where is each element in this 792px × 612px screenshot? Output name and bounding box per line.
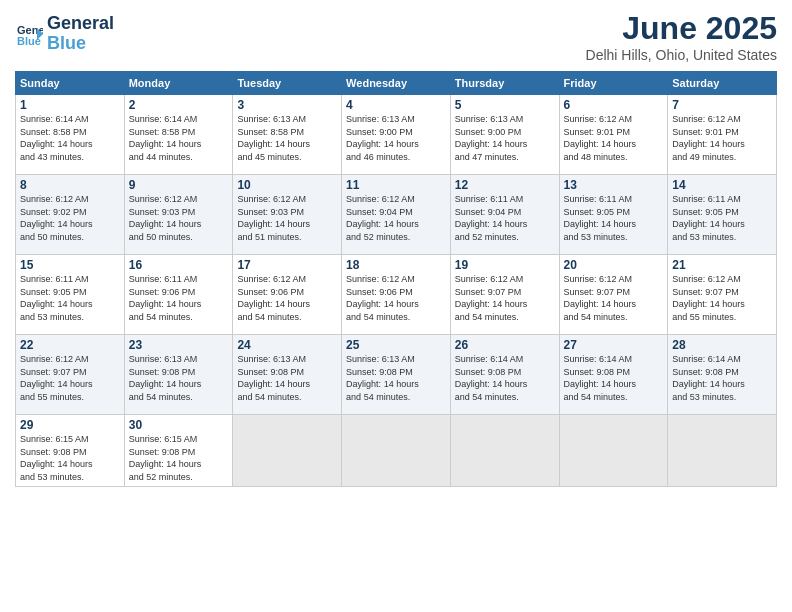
week-row-1: 1 Sunrise: 6:14 AMSunset: 8:58 PMDayligh…: [16, 95, 777, 175]
day-info: Sunrise: 6:13 AMSunset: 9:00 PMDaylight:…: [346, 113, 446, 163]
day-info: Sunrise: 6:14 AMSunset: 9:08 PMDaylight:…: [672, 353, 772, 403]
day-info: Sunrise: 6:14 AMSunset: 9:08 PMDaylight:…: [455, 353, 555, 403]
calendar-cell: 24 Sunrise: 6:13 AMSunset: 9:08 PMDaylig…: [233, 335, 342, 415]
calendar-cell: 8 Sunrise: 6:12 AMSunset: 9:02 PMDayligh…: [16, 175, 125, 255]
calendar-table: SundayMondayTuesdayWednesdayThursdayFrid…: [15, 71, 777, 487]
calendar-cell: 14 Sunrise: 6:11 AMSunset: 9:05 PMDaylig…: [668, 175, 777, 255]
calendar-cell: 6 Sunrise: 6:12 AMSunset: 9:01 PMDayligh…: [559, 95, 668, 175]
logo-icon: General Blue: [15, 20, 43, 48]
day-number: 11: [346, 178, 446, 192]
day-number: 28: [672, 338, 772, 352]
weekday-wednesday: Wednesday: [342, 72, 451, 95]
day-number: 3: [237, 98, 337, 112]
day-info: Sunrise: 6:12 AMSunset: 9:07 PMDaylight:…: [564, 273, 664, 323]
calendar-cell: 1 Sunrise: 6:14 AMSunset: 8:58 PMDayligh…: [16, 95, 125, 175]
weekday-sunday: Sunday: [16, 72, 125, 95]
calendar-cell: [668, 415, 777, 487]
calendar-cell: 22 Sunrise: 6:12 AMSunset: 9:07 PMDaylig…: [16, 335, 125, 415]
day-number: 29: [20, 418, 120, 432]
calendar-cell: 28 Sunrise: 6:14 AMSunset: 9:08 PMDaylig…: [668, 335, 777, 415]
day-info: Sunrise: 6:12 AMSunset: 9:03 PMDaylight:…: [237, 193, 337, 243]
calendar-cell: 30 Sunrise: 6:15 AMSunset: 9:08 PMDaylig…: [124, 415, 233, 487]
day-info: Sunrise: 6:12 AMSunset: 9:06 PMDaylight:…: [237, 273, 337, 323]
day-info: Sunrise: 6:12 AMSunset: 9:06 PMDaylight:…: [346, 273, 446, 323]
calendar-container: General Blue General Blue June 2025 Delh…: [0, 0, 792, 497]
day-number: 1: [20, 98, 120, 112]
calendar-cell: 15 Sunrise: 6:11 AMSunset: 9:05 PMDaylig…: [16, 255, 125, 335]
title-block: June 2025 Delhi Hills, Ohio, United Stat…: [586, 10, 777, 63]
day-info: Sunrise: 6:15 AMSunset: 9:08 PMDaylight:…: [129, 433, 229, 483]
day-info: Sunrise: 6:11 AMSunset: 9:05 PMDaylight:…: [564, 193, 664, 243]
day-info: Sunrise: 6:14 AMSunset: 8:58 PMDaylight:…: [129, 113, 229, 163]
day-info: Sunrise: 6:12 AMSunset: 9:04 PMDaylight:…: [346, 193, 446, 243]
day-number: 9: [129, 178, 229, 192]
day-info: Sunrise: 6:13 AMSunset: 9:08 PMDaylight:…: [129, 353, 229, 403]
day-info: Sunrise: 6:12 AMSunset: 9:02 PMDaylight:…: [20, 193, 120, 243]
calendar-cell: 16 Sunrise: 6:11 AMSunset: 9:06 PMDaylig…: [124, 255, 233, 335]
week-row-5: 29 Sunrise: 6:15 AMSunset: 9:08 PMDaylig…: [16, 415, 777, 487]
day-number: 4: [346, 98, 446, 112]
week-row-3: 15 Sunrise: 6:11 AMSunset: 9:05 PMDaylig…: [16, 255, 777, 335]
day-number: 24: [237, 338, 337, 352]
day-info: Sunrise: 6:12 AMSunset: 9:01 PMDaylight:…: [672, 113, 772, 163]
week-row-4: 22 Sunrise: 6:12 AMSunset: 9:07 PMDaylig…: [16, 335, 777, 415]
day-number: 18: [346, 258, 446, 272]
day-number: 30: [129, 418, 229, 432]
day-info: Sunrise: 6:12 AMSunset: 9:03 PMDaylight:…: [129, 193, 229, 243]
day-info: Sunrise: 6:13 AMSunset: 9:00 PMDaylight:…: [455, 113, 555, 163]
calendar-cell: 20 Sunrise: 6:12 AMSunset: 9:07 PMDaylig…: [559, 255, 668, 335]
weekday-header-row: SundayMondayTuesdayWednesdayThursdayFrid…: [16, 72, 777, 95]
calendar-cell: 5 Sunrise: 6:13 AMSunset: 9:00 PMDayligh…: [450, 95, 559, 175]
calendar-cell: [450, 415, 559, 487]
day-info: Sunrise: 6:14 AMSunset: 9:08 PMDaylight:…: [564, 353, 664, 403]
calendar-cell: 29 Sunrise: 6:15 AMSunset: 9:08 PMDaylig…: [16, 415, 125, 487]
day-info: Sunrise: 6:12 AMSunset: 9:07 PMDaylight:…: [672, 273, 772, 323]
day-info: Sunrise: 6:12 AMSunset: 9:01 PMDaylight:…: [564, 113, 664, 163]
week-row-2: 8 Sunrise: 6:12 AMSunset: 9:02 PMDayligh…: [16, 175, 777, 255]
calendar-cell: 13 Sunrise: 6:11 AMSunset: 9:05 PMDaylig…: [559, 175, 668, 255]
calendar-cell: 23 Sunrise: 6:13 AMSunset: 9:08 PMDaylig…: [124, 335, 233, 415]
day-number: 13: [564, 178, 664, 192]
day-number: 15: [20, 258, 120, 272]
day-number: 12: [455, 178, 555, 192]
day-info: Sunrise: 6:13 AMSunset: 9:08 PMDaylight:…: [346, 353, 446, 403]
day-number: 14: [672, 178, 772, 192]
day-info: Sunrise: 6:11 AMSunset: 9:05 PMDaylight:…: [672, 193, 772, 243]
calendar-cell: 18 Sunrise: 6:12 AMSunset: 9:06 PMDaylig…: [342, 255, 451, 335]
calendar-cell: 26 Sunrise: 6:14 AMSunset: 9:08 PMDaylig…: [450, 335, 559, 415]
day-number: 7: [672, 98, 772, 112]
day-info: Sunrise: 6:12 AMSunset: 9:07 PMDaylight:…: [455, 273, 555, 323]
day-number: 6: [564, 98, 664, 112]
day-info: Sunrise: 6:11 AMSunset: 9:04 PMDaylight:…: [455, 193, 555, 243]
month-title: June 2025: [586, 10, 777, 47]
location: Delhi Hills, Ohio, United States: [586, 47, 777, 63]
day-number: 26: [455, 338, 555, 352]
day-number: 2: [129, 98, 229, 112]
day-info: Sunrise: 6:11 AMSunset: 9:05 PMDaylight:…: [20, 273, 120, 323]
logo-text: General Blue: [47, 14, 114, 54]
calendar-cell: 9 Sunrise: 6:12 AMSunset: 9:03 PMDayligh…: [124, 175, 233, 255]
day-number: 20: [564, 258, 664, 272]
calendar-cell: 19 Sunrise: 6:12 AMSunset: 9:07 PMDaylig…: [450, 255, 559, 335]
day-number: 21: [672, 258, 772, 272]
calendar-cell: [342, 415, 451, 487]
day-number: 19: [455, 258, 555, 272]
calendar-cell: [233, 415, 342, 487]
calendar-cell: 2 Sunrise: 6:14 AMSunset: 8:58 PMDayligh…: [124, 95, 233, 175]
day-info: Sunrise: 6:11 AMSunset: 9:06 PMDaylight:…: [129, 273, 229, 323]
calendar-cell: 12 Sunrise: 6:11 AMSunset: 9:04 PMDaylig…: [450, 175, 559, 255]
day-number: 25: [346, 338, 446, 352]
weekday-saturday: Saturday: [668, 72, 777, 95]
header: General Blue General Blue June 2025 Delh…: [15, 10, 777, 63]
day-info: Sunrise: 6:13 AMSunset: 9:08 PMDaylight:…: [237, 353, 337, 403]
day-number: 8: [20, 178, 120, 192]
day-info: Sunrise: 6:15 AMSunset: 9:08 PMDaylight:…: [20, 433, 120, 483]
day-number: 23: [129, 338, 229, 352]
calendar-cell: [559, 415, 668, 487]
calendar-cell: 10 Sunrise: 6:12 AMSunset: 9:03 PMDaylig…: [233, 175, 342, 255]
day-number: 27: [564, 338, 664, 352]
calendar-cell: 4 Sunrise: 6:13 AMSunset: 9:00 PMDayligh…: [342, 95, 451, 175]
calendar-cell: 11 Sunrise: 6:12 AMSunset: 9:04 PMDaylig…: [342, 175, 451, 255]
weekday-tuesday: Tuesday: [233, 72, 342, 95]
day-number: 16: [129, 258, 229, 272]
